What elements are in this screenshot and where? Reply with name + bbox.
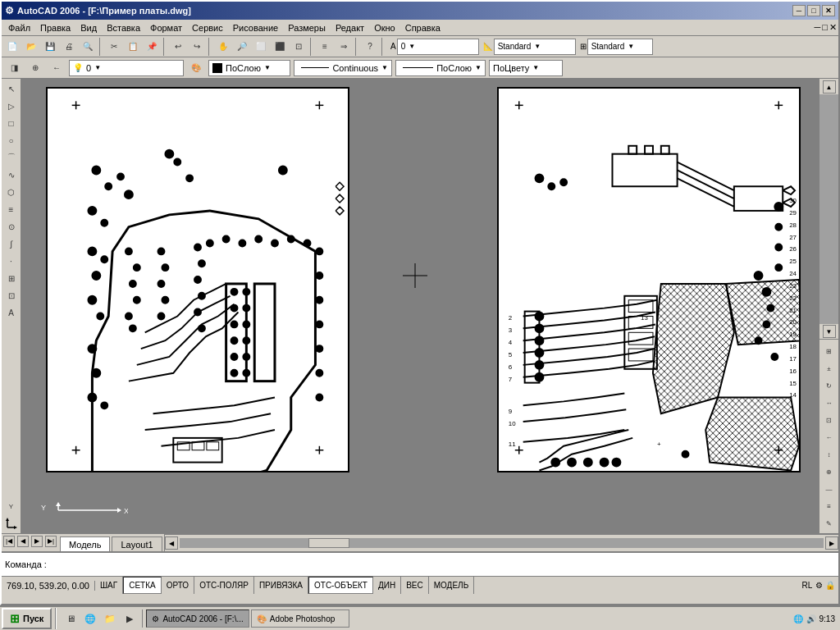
text-style-dropdown[interactable]: 0 ▼ xyxy=(397,39,479,55)
lineweight-dropdown[interactable]: ПоСлою ▼ xyxy=(395,60,486,76)
tool-text[interactable]: A xyxy=(3,304,20,321)
redo-button[interactable]: ↪ xyxy=(188,38,206,56)
tab-first-button[interactable]: |◀ xyxy=(3,536,15,547)
close-button[interactable]: ✕ xyxy=(822,5,835,16)
rtool-4[interactable]: ↔ xyxy=(821,395,838,411)
tool-arrow[interactable]: ▷ xyxy=(3,98,20,114)
taskbar-photoshop[interactable]: 🎨 Adobe Photoshop xyxy=(251,609,349,628)
menu-draw[interactable]: Рисование xyxy=(228,22,283,34)
tab-layout1[interactable]: Layout1 xyxy=(112,536,162,551)
help-button[interactable]: ? xyxy=(361,38,379,56)
rtool-1[interactable]: ⊞ xyxy=(821,343,838,359)
tool-select[interactable]: ↖ xyxy=(3,80,20,97)
minimize-button[interactable]: ─ xyxy=(792,5,806,16)
menu-tools[interactable]: Сервис xyxy=(187,22,228,34)
plotstyle-dropdown[interactable]: ПоЦвету ▼ xyxy=(489,60,563,76)
start-button[interactable]: ⊞ Пуск xyxy=(2,608,52,629)
ots-polyar-button[interactable]: ОТС-ПОЛЯР xyxy=(194,577,254,594)
setka-button[interactable]: СЕТКА xyxy=(123,577,162,594)
inner-restore-button[interactable]: □ xyxy=(822,22,828,33)
menu-modify[interactable]: Редакт xyxy=(331,22,369,34)
ves-button[interactable]: ВЕС xyxy=(401,577,429,594)
layer-state-button[interactable]: ⊕ xyxy=(26,59,44,77)
properties-button[interactable]: ≡ xyxy=(316,38,334,56)
tool-block[interactable]: ⊞ xyxy=(3,270,20,286)
menu-view[interactable]: Вид xyxy=(75,22,102,34)
layer-manager-button[interactable]: ◨ xyxy=(5,59,23,77)
shag-button[interactable]: ШАГ xyxy=(95,577,123,594)
table-style-dropdown[interactable]: Standard ▼ xyxy=(587,39,653,55)
tool-region[interactable]: ⊙ xyxy=(3,218,20,235)
viewport2[interactable]: 30 29 28 27 26 25 24 23 22 21 20 19 18 1… xyxy=(497,87,801,472)
rtool-6[interactable]: ← xyxy=(821,429,838,445)
copy-button[interactable]: 📋 xyxy=(124,38,142,56)
hscroll-right-button[interactable]: ▶ xyxy=(825,536,838,550)
color-dropdown[interactable]: ПоСлою ▼ xyxy=(208,60,290,76)
rtool-9[interactable]: — xyxy=(821,481,838,497)
tool-spline[interactable]: ∿ xyxy=(3,167,20,183)
menu-edit[interactable]: Правка xyxy=(35,22,75,34)
tool-point[interactable]: · xyxy=(3,253,20,269)
rtool-11[interactable]: ✎ xyxy=(821,515,838,532)
layer-dropdown[interactable]: 💡 0 ▼ xyxy=(69,60,184,76)
menu-help[interactable]: Справка xyxy=(400,22,445,34)
privyazka-button[interactable]: ПРИВЯЗКА xyxy=(254,577,308,594)
rtool-3[interactable]: ↻ xyxy=(821,377,838,394)
model-button[interactable]: МОДЕЛЬ xyxy=(429,577,474,594)
tool-arc[interactable]: ⌒ xyxy=(3,149,20,166)
zoom-prev-button[interactable]: ⬛ xyxy=(271,38,289,56)
cut-button[interactable]: ✂ xyxy=(105,38,123,56)
menu-dim[interactable]: Размеры xyxy=(283,22,331,34)
dim-style-dropdown[interactable]: Standard ▼ xyxy=(494,39,576,55)
tab-model[interactable]: Модель xyxy=(60,536,110,551)
maximize-button[interactable]: □ xyxy=(807,5,820,16)
viewport1[interactable] xyxy=(46,87,349,472)
media-button[interactable]: ▶ xyxy=(121,609,139,628)
rtool-2[interactable]: ± xyxy=(821,360,838,377)
taskbar-autocad[interactable]: ⚙ AutoCAD 2006 - [F:\... xyxy=(146,609,249,628)
din-button[interactable]: ДИН xyxy=(373,577,401,594)
print-button[interactable]: 🖨 xyxy=(60,38,78,56)
menu-file[interactable]: Файл xyxy=(3,22,35,34)
tool-polygon[interactable]: ⬡ xyxy=(3,184,20,200)
inner-close-button[interactable]: ✕ xyxy=(829,22,837,33)
zoom-window-button[interactable]: ⬜ xyxy=(252,38,270,56)
tool-circle[interactable]: ○ xyxy=(3,132,20,148)
zoom-button[interactable]: 🔎 xyxy=(233,38,251,56)
tool-hatch[interactable]: ≡ xyxy=(3,201,20,217)
canvas-area[interactable]: 30 29 28 27 26 25 24 23 22 21 20 19 18 1… xyxy=(21,79,819,533)
open-button[interactable]: 📂 xyxy=(22,38,40,56)
color-manager-button[interactable]: 🎨 xyxy=(187,59,205,77)
ots-obekt-button[interactable]: ОТС-ОБЪЕКТ xyxy=(308,577,373,594)
orto-button[interactable]: ОРТО xyxy=(162,577,194,594)
show-desktop-button[interactable]: 🖥 xyxy=(62,609,80,628)
match-prop-button[interactable]: ⇒ xyxy=(335,38,353,56)
rtool-5[interactable]: ⊡ xyxy=(821,412,838,428)
new-button[interactable]: 📄 xyxy=(3,38,21,56)
menu-insert[interactable]: Вставка xyxy=(102,22,145,34)
scroll-up-button[interactable]: ▲ xyxy=(823,80,836,94)
save-button[interactable]: 💾 xyxy=(41,38,59,56)
tab-prev-button[interactable]: ◀ xyxy=(17,536,29,547)
hscrollbar[interactable]: ◀ ▶ xyxy=(164,534,838,551)
tool-modify[interactable]: ⊡ xyxy=(3,287,20,304)
undo-button[interactable]: ↩ xyxy=(169,38,187,56)
zoom-all-button[interactable]: ⊡ xyxy=(290,38,308,56)
tool-rect[interactable]: □ xyxy=(3,115,20,131)
menu-format[interactable]: Формат xyxy=(145,22,187,34)
paste-button[interactable]: 📌 xyxy=(143,38,161,56)
inner-min-button[interactable]: ─ xyxy=(815,22,821,33)
explorer-button[interactable]: 📁 xyxy=(101,609,119,628)
ie-button[interactable]: 🌐 xyxy=(81,609,99,628)
hscroll-track[interactable] xyxy=(180,538,824,548)
menu-window[interactable]: Окно xyxy=(369,22,400,34)
linetype-dropdown[interactable]: Continuous ▼ xyxy=(294,60,392,76)
tab-next-button[interactable]: ▶ xyxy=(31,536,43,547)
tool-wipeout[interactable]: ∫ xyxy=(3,235,20,252)
scroll-down-button[interactable]: ▼ xyxy=(823,325,836,338)
scroll-track[interactable] xyxy=(819,94,838,324)
rtool-8[interactable]: ⊕ xyxy=(821,463,838,480)
pan-button[interactable]: ✋ xyxy=(214,38,232,56)
hscroll-left-button[interactable]: ◀ xyxy=(165,536,178,550)
rtool-7[interactable]: ↕ xyxy=(821,446,838,463)
